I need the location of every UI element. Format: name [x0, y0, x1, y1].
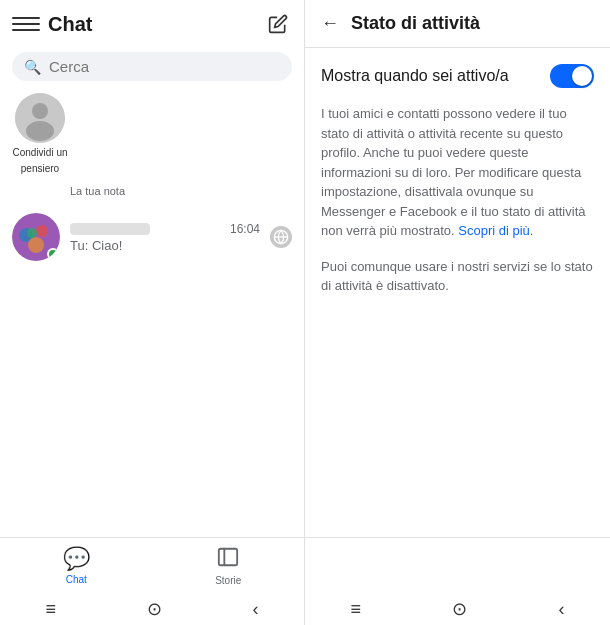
- system-bar-left-items: ≡ ⊙ ‹: [0, 598, 304, 620]
- learn-more-link[interactable]: Scopri di più.: [458, 223, 533, 238]
- system-bar-right: ≡ ⊙ ‹: [305, 593, 610, 625]
- system-bar-right-items: ≡ ⊙ ‹: [305, 598, 610, 620]
- sys-hamburger-left: ≡: [45, 599, 56, 620]
- info-text: I tuoi amici e contatti possono vedere i…: [321, 104, 594, 241]
- right-panel: ← Stato di attività Mostra quando sei at…: [305, 0, 610, 625]
- sys-hamburger-right: ≡: [351, 599, 362, 620]
- chat-preview: Tu: Ciao!: [70, 238, 260, 253]
- active-indicator: [47, 248, 59, 260]
- own-story-label-1: Condividi un: [12, 147, 67, 159]
- sys-back-left: ‹: [253, 599, 259, 620]
- nota-label: La tua nota: [70, 185, 125, 197]
- bottom-nav-right: [305, 537, 610, 593]
- own-story-avatar: [15, 93, 65, 143]
- back-arrow-icon[interactable]: ←: [321, 13, 339, 34]
- chat-list: 16:04 Tu: Ciao!: [0, 205, 304, 537]
- search-icon: 🔍: [24, 59, 41, 75]
- left-header: Chat: [0, 0, 304, 48]
- svg-point-5: [36, 225, 48, 237]
- secondary-text: Puoi comunque usare i nostri servizi se …: [321, 257, 594, 296]
- edit-icon[interactable]: [264, 10, 292, 38]
- toggle-label: Mostra quando sei attivo/a: [321, 67, 509, 85]
- svg-point-1: [32, 103, 48, 119]
- chat-nav-icon: 💬: [63, 546, 90, 572]
- svg-rect-10: [219, 548, 237, 565]
- stories-section: Condividi un pensiero: [0, 89, 304, 179]
- nav-chat[interactable]: 💬 Chat: [55, 542, 98, 589]
- sys-home-right: ⊙: [452, 598, 467, 620]
- active-status-toggle[interactable]: [550, 64, 594, 88]
- system-bar-left: ≡ ⊙ ‹: [0, 593, 304, 625]
- sys-home-left: ⊙: [147, 598, 162, 620]
- chat-title: Chat: [48, 13, 264, 36]
- search-input[interactable]: [49, 58, 280, 75]
- chat-avatar: [12, 213, 60, 261]
- info-text-content: I tuoi amici e contatti possono vedere i…: [321, 106, 585, 238]
- bottom-nav-left-items: 💬 Chat Storie: [0, 542, 304, 590]
- table-row[interactable]: 16:04 Tu: Ciao!: [0, 205, 304, 269]
- chat-time: 16:04: [230, 222, 260, 236]
- right-panel-title: Stato di attività: [351, 13, 480, 34]
- chat-name-row: 16:04: [70, 222, 260, 236]
- chat-nav-label: Chat: [66, 574, 87, 585]
- sys-back-right: ‹: [558, 599, 564, 620]
- svg-point-6: [28, 237, 44, 253]
- left-panel: Chat 🔍: [0, 0, 305, 625]
- storie-nav-label: Storie: [215, 575, 241, 586]
- right-header: ← Stato di attività: [305, 0, 610, 48]
- chat-name-skeleton: [70, 223, 150, 235]
- chat-info: 16:04 Tu: Ciao!: [70, 222, 260, 253]
- search-bar[interactable]: 🔍: [12, 52, 292, 81]
- right-empty-area: [305, 312, 610, 538]
- own-story-item[interactable]: Condividi un pensiero: [12, 93, 68, 175]
- chat-extra-icon: [270, 226, 292, 248]
- bottom-nav-left: 💬 Chat Storie: [0, 537, 304, 593]
- toggle-row: Mostra quando sei attivo/a: [321, 64, 594, 88]
- own-story-label-2: pensiero: [21, 163, 59, 175]
- hamburger-menu-icon[interactable]: [12, 10, 40, 38]
- right-content: Mostra quando sei attivo/a I tuoi amici …: [305, 48, 610, 312]
- nav-storie[interactable]: Storie: [207, 542, 249, 590]
- svg-point-7: [27, 228, 37, 238]
- storie-nav-icon: [217, 546, 239, 573]
- svg-point-2: [26, 121, 54, 141]
